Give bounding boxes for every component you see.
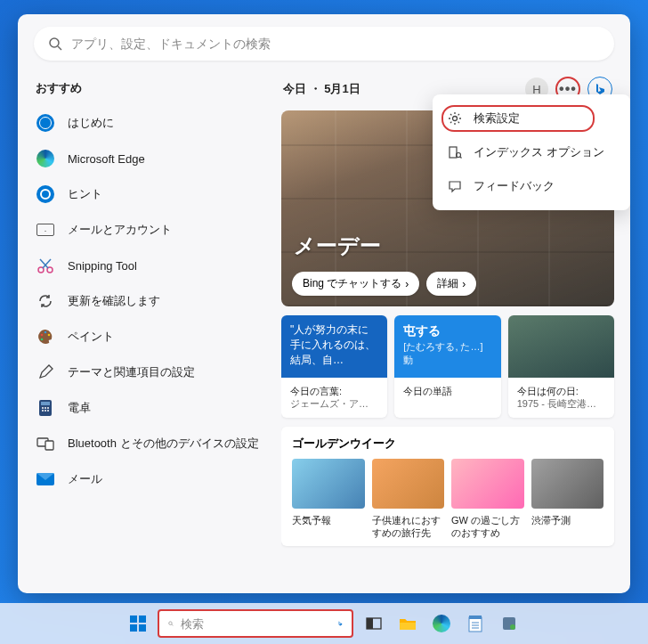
- search-icon: [168, 617, 174, 630]
- card-subtitle: 1975 - 長崎空港…: [517, 397, 605, 410]
- card-subtitle: ジェームズ・ア…: [290, 397, 378, 410]
- hero-title: メーデー: [294, 232, 381, 260]
- section-title: ゴールデンウイーク: [292, 436, 603, 452]
- menu-item-index-options[interactable]: インデックス オプション: [433, 135, 630, 169]
- chevron-right-icon: ›: [405, 278, 409, 290]
- tile-weather[interactable]: 天気予報: [292, 459, 365, 540]
- tile-label: 渋滞予測: [531, 514, 604, 526]
- sidebar-item-label: メール: [68, 471, 102, 487]
- sidebar-item-getting-started[interactable]: はじめに: [27, 105, 272, 141]
- svg-point-12: [42, 407, 44, 409]
- start-button[interactable]: [126, 611, 150, 636]
- svg-rect-19: [45, 441, 53, 450]
- card-title: 今日の単語: [403, 385, 491, 397]
- svg-rect-25: [139, 615, 146, 623]
- card-word: 屯する: [403, 322, 491, 340]
- edge-icon: [36, 149, 55, 168]
- sidebar-item-tips[interactable]: ヒント: [27, 176, 272, 212]
- menu-item-label: インデックス オプション: [474, 144, 604, 160]
- today-title: 今日 ・ 5月1日: [283, 81, 360, 97]
- tile-gw-ideas[interactable]: GW の過ごし方のおすすめ: [451, 459, 524, 540]
- sidebar-item-label: 電卓: [68, 400, 91, 416]
- svg-point-38: [510, 624, 515, 630]
- sidebar-item-mail[interactable]: メール: [27, 461, 272, 497]
- svg-rect-27: [139, 624, 146, 632]
- menu-item-feedback[interactable]: フィードバック: [433, 169, 630, 203]
- svg-point-16: [45, 410, 46, 412]
- windows-icon: [129, 615, 147, 632]
- svg-line-23: [460, 157, 462, 159]
- sidebar-item-update[interactable]: 更新を確認します: [27, 283, 272, 319]
- search-input[interactable]: [71, 37, 600, 51]
- sidebar-item-label: ペイント: [68, 329, 114, 345]
- hero-chat-button[interactable]: Bing でチャットする ›: [292, 272, 419, 296]
- menu-item-label: 検索設定: [474, 110, 520, 126]
- sidebar-item-paint[interactable]: ペイント: [27, 319, 272, 355]
- taskview-icon: [366, 617, 382, 630]
- palette-icon: [36, 327, 55, 346]
- taskbar-search-input[interactable]: [181, 617, 330, 631]
- globe-icon: [36, 113, 55, 133]
- taskbar-notepad[interactable]: [462, 610, 489, 637]
- info-cards-row: "人が努力の末に手に入れるのは、結局、自… 今日の言葉: ジェームズ・ア… 屯す…: [281, 315, 614, 418]
- taskbar: [0, 603, 648, 644]
- taskbar-edge[interactable]: [428, 610, 455, 637]
- search-flyout-panel: おすすめ はじめに Microsoft Edge ヒント メールとアカウント S…: [18, 14, 630, 593]
- folder-icon: [399, 616, 417, 631]
- onthisday-card[interactable]: 今日は何の日: 1975 - 長崎空港…: [508, 315, 614, 418]
- chevron-right-icon: ›: [462, 278, 466, 290]
- svg-rect-32: [469, 617, 482, 632]
- mail-icon: [36, 220, 55, 240]
- svg-point-9: [41, 338, 44, 341]
- notepad-icon: [468, 615, 482, 632]
- tile-family-travel[interactable]: 子供連れにおすすめの旅行先: [372, 459, 445, 540]
- sidebar-item-bluetooth[interactable]: Bluetooth とその他のデバイスの設定: [27, 426, 272, 461]
- sidebar-title: おすすめ: [27, 75, 272, 105]
- sidebar-item-mail-accounts[interactable]: メールとアカウント: [27, 212, 272, 248]
- tile-image: [451, 459, 524, 509]
- word-card[interactable]: 屯する [たむろする, た…] 動 今日の単語: [394, 315, 500, 418]
- more-menu: 検索設定 インデックス オプション フィードバック: [433, 94, 630, 210]
- snipping-icon: [36, 256, 55, 275]
- today-panel: 今日 ・ 5月1日 H ••• 検索設定: [281, 69, 630, 593]
- gear-icon: [447, 111, 463, 126]
- tile-image: [531, 459, 604, 509]
- tile-label: 子供連れにおすすめの旅行先: [372, 514, 445, 540]
- hero-detail-button[interactable]: 詳細 ›: [426, 272, 476, 296]
- svg-point-15: [42, 410, 44, 412]
- quote-card[interactable]: "人が努力の末に手に入れるのは、結局、自… 今日の言葉: ジェームズ・ア…: [281, 315, 387, 418]
- card-image: [508, 315, 614, 378]
- tile-traffic[interactable]: 渋滞予測: [531, 459, 604, 540]
- taskbar-explorer[interactable]: [394, 610, 421, 637]
- svg-rect-24: [130, 615, 137, 623]
- sidebar-item-label: はじめに: [68, 115, 114, 131]
- menu-item-label: フィードバック: [474, 178, 555, 194]
- svg-line-29: [172, 624, 173, 625]
- tile-image: [372, 459, 445, 509]
- svg-point-0: [50, 38, 59, 47]
- svg-point-8: [48, 334, 51, 337]
- tips-icon: [36, 184, 55, 204]
- sidebar-item-label: Bluetooth とその他のデバイスの設定: [68, 436, 259, 452]
- pill-label: 詳細: [437, 276, 458, 291]
- card-quote-text: "人が努力の末に手に入れるのは、結局、自…: [281, 315, 387, 378]
- svg-rect-11: [41, 402, 50, 405]
- sidebar-item-edge[interactable]: Microsoft Edge: [27, 141, 272, 176]
- search-bar[interactable]: [34, 27, 614, 61]
- svg-rect-33: [469, 615, 482, 619]
- golden-week-section: ゴールデンウイーク 天気予報 子供連れにおすすめの旅行先 GW の過ごし方のおす…: [281, 427, 614, 547]
- taskbar-app[interactable]: [496, 610, 522, 637]
- menu-item-search-settings[interactable]: 検索設定: [433, 102, 630, 135]
- refresh-icon: [36, 291, 55, 311]
- card-word-reading: [たむろする, た…] 動: [403, 340, 491, 368]
- svg-rect-31: [367, 618, 373, 629]
- sidebar-item-themes[interactable]: テーマと関連項目の設定: [27, 355, 272, 390]
- pill-label: Bing でチャットする: [303, 276, 401, 291]
- recommendations-sidebar: おすすめ はじめに Microsoft Edge ヒント メールとアカウント S…: [18, 69, 281, 593]
- svg-point-7: [45, 331, 47, 334]
- index-icon: [447, 145, 463, 159]
- taskbar-search[interactable]: [158, 609, 353, 638]
- sidebar-item-snipping[interactable]: Snipping Tool: [27, 248, 272, 283]
- taskbar-taskview[interactable]: [360, 610, 387, 637]
- sidebar-item-calculator[interactable]: 電卓: [27, 390, 272, 426]
